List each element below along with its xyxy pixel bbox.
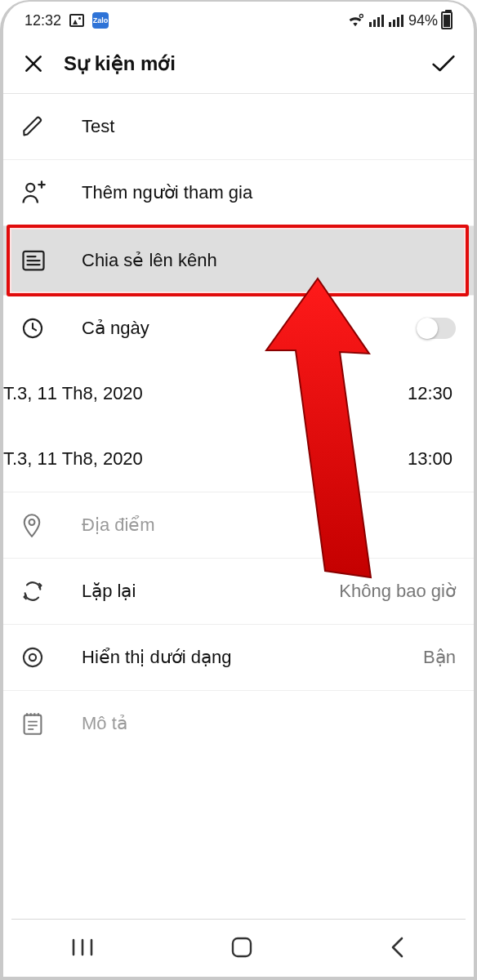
status-bar: 12:32 Zalo 94% — [3, 2, 474, 34]
page-title: Sự kiện mới — [64, 52, 176, 75]
svg-rect-6 — [393, 20, 395, 27]
svg-rect-4 — [381, 15, 384, 27]
confirm-button[interactable] — [431, 51, 456, 76]
nav-recents[interactable] — [71, 938, 94, 957]
repeat-value: Không bao giờ — [339, 581, 456, 602]
location-row[interactable]: Địa điểm — [3, 492, 474, 558]
all-day-row[interactable]: Cả ngày — [3, 296, 474, 361]
show-as-row[interactable]: Hiển thị dưới dạng Bận — [3, 625, 474, 690]
show-as-label: Hiển thị dưới dạng — [60, 647, 423, 668]
end-time: 13:00 — [408, 448, 452, 470]
notes-icon — [21, 711, 60, 736]
end-datetime-row[interactable]: T.3, 11 Th8, 2020 13:00 — [3, 426, 474, 492]
event-title-value: Test — [60, 116, 456, 137]
description-label: Mô tả — [60, 713, 456, 734]
pencil-icon — [21, 115, 60, 138]
app-header: Sự kiện mới — [3, 34, 474, 93]
channel-icon — [21, 249, 60, 272]
start-time: 12:30 — [408, 383, 452, 404]
svg-rect-3 — [377, 17, 380, 27]
svg-rect-2 — [373, 20, 376, 27]
share-channel-label: Chia sẻ lên kênh — [60, 250, 456, 271]
svg-rect-15 — [25, 715, 42, 734]
svg-point-9 — [26, 184, 34, 192]
show-as-value: Bận — [423, 647, 456, 668]
start-date: T.3, 11 Th8, 2020 — [3, 383, 143, 404]
location-icon — [21, 513, 60, 537]
svg-rect-8 — [401, 15, 403, 27]
wifi-icon — [346, 13, 364, 28]
location-label: Địa điểm — [60, 514, 456, 536]
start-datetime-row[interactable]: T.3, 11 Th8, 2020 12:30 — [3, 361, 474, 426]
svg-rect-7 — [397, 17, 399, 27]
nav-divider — [11, 919, 466, 920]
battery-pct: 94% — [408, 12, 438, 29]
end-date: T.3, 11 Th8, 2020 — [3, 448, 143, 470]
repeat-label: Lặp lại — [60, 581, 339, 602]
add-participants-row[interactable]: Thêm người tham gia — [3, 160, 474, 225]
all-day-toggle[interactable] — [417, 318, 456, 339]
zalo-icon: Zalo — [92, 12, 109, 29]
description-row[interactable]: Mô tả — [3, 691, 474, 756]
clock-icon — [21, 317, 60, 340]
battery-icon: 94% — [408, 11, 452, 29]
svg-rect-5 — [389, 22, 391, 27]
add-participants-label: Thêm người tham gia — [60, 182, 456, 203]
svg-point-14 — [29, 654, 36, 661]
person-add-icon — [21, 180, 60, 205]
svg-rect-16 — [233, 938, 251, 956]
show-as-icon — [21, 646, 60, 669]
status-time: 12:32 — [25, 12, 61, 29]
share-channel-row[interactable]: Chia sẻ lên kênh — [3, 226, 474, 295]
svg-point-12 — [29, 519, 35, 525]
signal-icon-2 — [389, 14, 403, 27]
all-day-label: Cả ngày — [60, 318, 417, 339]
signal-icon-1 — [369, 14, 384, 27]
repeat-icon — [21, 580, 60, 603]
svg-point-0 — [359, 14, 363, 17]
repeat-row[interactable]: Lặp lại Không bao giờ — [3, 559, 474, 624]
svg-rect-1 — [369, 22, 372, 27]
svg-point-13 — [24, 648, 42, 666]
nav-back[interactable] — [390, 936, 406, 959]
event-title-row[interactable]: Test — [3, 94, 474, 159]
gallery-icon — [69, 14, 84, 27]
nav-home[interactable] — [230, 936, 253, 959]
system-nav — [3, 923, 474, 972]
close-button[interactable] — [21, 51, 46, 76]
